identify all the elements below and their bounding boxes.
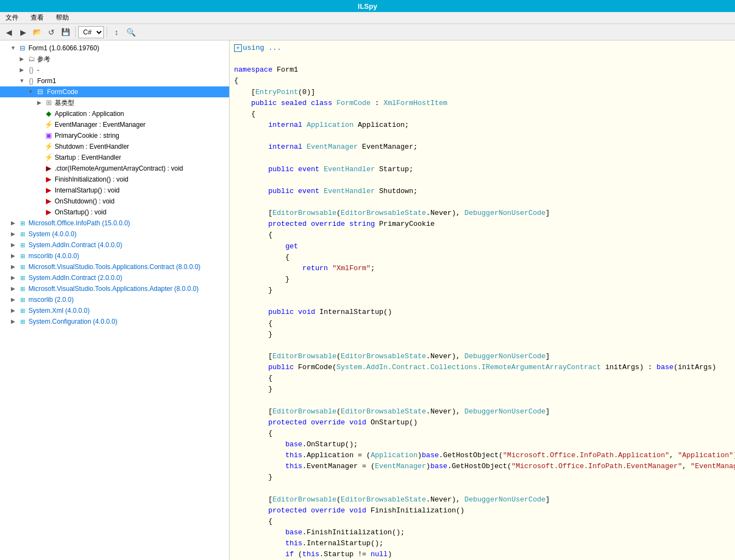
primarycookie-label: PrimaryCookie : string xyxy=(55,131,119,141)
tree-item-ns-empty[interactable]: ▶ {} - xyxy=(0,65,229,75)
tree-item-primarycookie[interactable]: ▣ PrimaryCookie : string xyxy=(0,130,229,141)
using-collapsed[interactable]: using ... xyxy=(243,43,281,54)
toggle-form1[interactable]: ▼ xyxy=(9,43,18,53)
tog[interactable]: ▶ xyxy=(9,251,18,261)
tree-item-finishinit[interactable]: ▶ FinishInitialization() : void xyxy=(0,174,229,185)
code-this-application: this.Application = (Application)base.Get… xyxy=(234,450,731,461)
tree-item-msvstoolsadapter[interactable]: ▶ ⊞ Microsoft.VisualStudio.Tools.Applica… xyxy=(0,283,229,294)
menu-view[interactable]: 查看 xyxy=(27,12,47,24)
forward-button[interactable]: ▶ xyxy=(16,26,30,39)
code-class-brace: { xyxy=(234,109,731,120)
asm-icon10: ⊞ xyxy=(18,317,27,326)
code-base-onstartup: base.OnStartup(); xyxy=(234,439,731,450)
tree-item-sysconfig[interactable]: ▶ ⊞ System.Configuration (4.0.0.0) xyxy=(0,316,229,327)
tree-item-msvstoolscontract[interactable]: ▶ ⊞ Microsoft.VisualStudio.Tools.Applica… xyxy=(0,261,229,272)
toggle-ref[interactable]: ▶ xyxy=(18,54,26,64)
msvstoolscontract-label: Microsoft.VisualStudio.Tools.Application… xyxy=(28,262,201,272)
shutdown-icon: ⚡ xyxy=(44,142,54,151)
code-attr-finishinit: [EditorBrowsable(EditorBrowsableState.Ne… xyxy=(234,494,731,505)
tog[interactable]: ▶ xyxy=(9,317,18,326)
tree-item-ctor[interactable]: ▶ .ctor(IRemoteArgumentArrayContract) : … xyxy=(0,163,229,174)
save-button[interactable]: 💾 xyxy=(59,26,72,39)
search-button[interactable]: 🔍 xyxy=(124,26,137,39)
tree-item-formcode[interactable]: ▼ ⊟ FormCode xyxy=(0,86,229,97)
toggle-form1-ns[interactable]: ▼ xyxy=(18,76,26,86)
tree-item-startup-event[interactable]: ⚡ Startup : EventHandler xyxy=(0,152,229,163)
onstartup-label: OnStartup() : void xyxy=(55,207,107,217)
base-icon: ⊞ xyxy=(44,98,54,108)
tree-item-application-field[interactable]: ◆ Application : Application xyxy=(0,108,229,119)
form1-icon: ⊟ xyxy=(18,43,27,53)
tree-item-internalstartup[interactable]: ▶ InternalStartup() : void xyxy=(0,185,229,196)
tree-item-sysxml[interactable]: ▶ ⊞ System.Xml (4.0.0.0) xyxy=(0,305,229,316)
tree-item-form1-ns[interactable]: ▼ {} Form1 xyxy=(0,75,229,86)
code-blank-2 xyxy=(234,131,731,142)
tree-item-eventmanager-field[interactable]: ⚡ EventManager : EventManager xyxy=(0,119,229,130)
open-button[interactable]: 📂 xyxy=(31,26,44,39)
asm-icon8: ⊞ xyxy=(18,295,27,305)
tog[interactable]: ▶ xyxy=(9,218,18,228)
code-if-startup: if (this.Startup != null) xyxy=(234,549,731,560)
tog[interactable]: ▶ xyxy=(9,262,18,272)
system-label: System (4.0.0.0) xyxy=(28,229,77,239)
code-ctor-open: { xyxy=(234,373,731,384)
asm-icon7: ⊞ xyxy=(18,284,27,294)
base-label: 基类型 xyxy=(55,98,74,108)
finishinit-icon: ▶ xyxy=(44,174,54,184)
msvstoolsadapter-label: Microsoft.VisualStudio.Tools.Application… xyxy=(28,284,199,294)
msoffice-label: Microsoft.Office.InfoPath (15.0.0.0) xyxy=(28,218,130,228)
tog[interactable]: ▶ xyxy=(9,229,18,239)
code-entrypoint-attr: [EntryPoint(0)] xyxy=(234,87,731,98)
code-namespace: namespace Form1 xyxy=(234,65,731,75)
code-ctor-close: } xyxy=(234,384,731,395)
refresh-button[interactable]: ↺ xyxy=(45,26,58,39)
code-attr-onstartup: [EditorBrowsable(EditorBrowsableState.Ne… xyxy=(234,406,731,417)
menu-file[interactable]: 文件 xyxy=(2,12,22,24)
code-onstartup-open: { xyxy=(234,428,731,439)
tog[interactable]: ▶ xyxy=(9,240,18,250)
ctor-label: .ctor(IRemoteArgumentArrayContract) : vo… xyxy=(55,164,183,173)
tree-item-msoffice[interactable]: ▶ ⊞ Microsoft.Office.InfoPath (15.0.0.0) xyxy=(0,218,229,229)
tree-item-sysaddincontract4[interactable]: ▶ ⊞ System.AddIn.Contract (4.0.0.0) xyxy=(0,240,229,250)
asm-icon6: ⊞ xyxy=(18,273,27,283)
code-startup-event: public event EventHandler Startup; xyxy=(234,164,731,175)
tree-item-onstartup[interactable]: ▶ OnStartup() : void xyxy=(0,207,229,218)
tree-item-system[interactable]: ▶ ⊞ System (4.0.0.0) xyxy=(0,229,229,240)
mscorlib4-label: mscorlib (4.0.0.0) xyxy=(28,251,79,261)
tree-item-base-types[interactable]: ▶ ⊞ 基类型 xyxy=(0,97,229,108)
separator-2 xyxy=(107,27,107,38)
tog[interactable]: ▶ xyxy=(9,306,18,316)
asm-icon4: ⊞ xyxy=(18,251,27,261)
tree-item-mscorlib4[interactable]: ▶ ⊞ mscorlib (4.0.0.0) xyxy=(0,250,229,261)
code-blank-6 xyxy=(234,296,731,307)
ref-label: 参考 xyxy=(37,54,50,64)
field-icon: ◆ xyxy=(44,109,54,119)
toggle-base[interactable]: ▶ xyxy=(35,98,44,108)
tree-item-form1-root[interactable]: ▼ ⊟ Form1 (1.0.6066.19760) xyxy=(0,43,229,54)
code-class-decl: public sealed class FormCode : XmlFormHo… xyxy=(234,98,731,109)
tree-item-references[interactable]: ▶ 🗂 参考 xyxy=(0,54,229,65)
onshutdown-icon: ▶ xyxy=(44,196,54,206)
sort-button[interactable]: ↕ xyxy=(110,26,123,39)
tog[interactable]: ▶ xyxy=(9,284,18,294)
tree-item-shutdown-event[interactable]: ⚡ Shutdown : EventHandler xyxy=(0,141,229,152)
asm-icon2: ⊞ xyxy=(18,229,27,239)
eventmanager-label: EventManager : EventManager xyxy=(55,120,145,130)
tree-item-mscorlib2[interactable]: ▶ ⊞ mscorlib (2.0.0) xyxy=(0,294,229,305)
menu-help[interactable]: 帮助 xyxy=(52,12,72,24)
mscorlib2-label: mscorlib (2.0.0) xyxy=(28,295,74,305)
asm-icon3: ⊞ xyxy=(18,240,27,250)
toggle-ns[interactable]: ▶ xyxy=(18,65,26,75)
code-this-internalstartup: this.InternalStartup(); xyxy=(234,538,731,549)
code-primarycookie-close: } xyxy=(234,285,731,296)
using-expand-box[interactable]: + xyxy=(234,44,242,52)
tree-item-onshutdown[interactable]: ▶ OnShutdown() : void xyxy=(0,196,229,207)
toggle-formcode[interactable]: ▼ xyxy=(26,87,35,97)
menu-bar: 文件 查看 帮助 xyxy=(0,12,735,24)
back-button[interactable]: ◀ xyxy=(2,26,15,39)
tog[interactable]: ▶ xyxy=(9,273,18,283)
tog[interactable]: ▶ xyxy=(9,295,18,305)
language-select[interactable]: C# IL VB xyxy=(78,26,104,38)
code-ctor-decl: public FormCode(System.AddIn.Contract.Co… xyxy=(234,362,731,373)
tree-item-sysaddincontract2[interactable]: ▶ ⊞ System.AddIn.Contract (2.0.0.0) xyxy=(0,272,229,283)
